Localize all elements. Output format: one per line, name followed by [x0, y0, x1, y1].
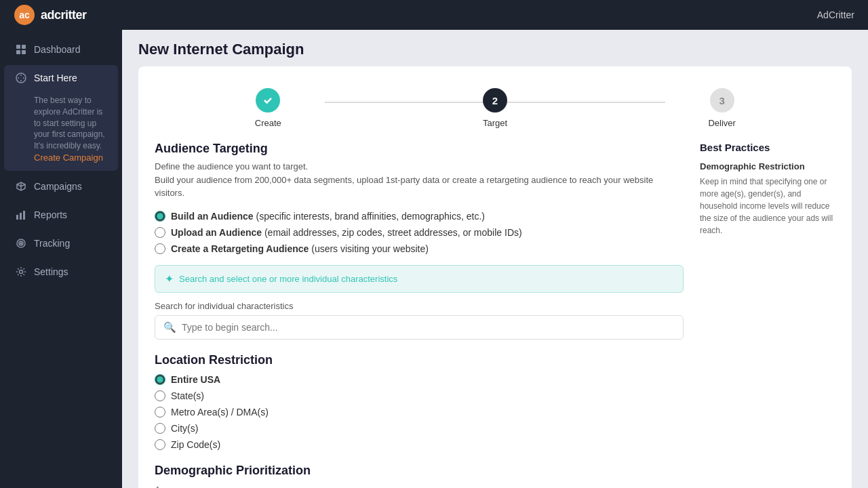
- svg-rect-5: [22, 50, 26, 54]
- demographic-section: Demographic Prioritization Age ranges Al…: [155, 464, 684, 489]
- sidebar: Dashboard Start Here The best way to exp…: [0, 30, 122, 488]
- gear-icon: [15, 266, 27, 278]
- location-option-city[interactable]: City(s): [155, 423, 684, 434]
- sidebar-item-start-here[interactable]: Start Here The best way to explore AdCri…: [4, 65, 118, 171]
- svg-point-13: [20, 270, 23, 274]
- location-restriction-section: Location Restriction Entire USA State(s): [155, 353, 684, 450]
- grid-icon: [15, 43, 27, 56]
- top-navigation: ac adcritter AdCritter: [0, 0, 868, 30]
- sidebar-item-settings[interactable]: Settings: [4, 259, 118, 285]
- sidebar-label-settings: Settings: [34, 266, 68, 277]
- target-icon: [15, 237, 27, 249]
- step-target-label: Target: [483, 118, 507, 128]
- card-inner: Audience Targeting Define the audience y…: [155, 142, 835, 488]
- logo-text: adcritter: [41, 8, 87, 22]
- sidebar-item-campaigns[interactable]: Campaigns: [4, 174, 118, 199]
- svg-rect-2: [16, 45, 20, 49]
- sidebar-label-start-here: Start Here: [34, 73, 77, 83]
- audience-targeting-title: Audience Targeting: [155, 142, 684, 156]
- location-option-metro[interactable]: Metro Area(s) / DMA(s): [155, 407, 684, 418]
- step-create-label: Create: [255, 118, 281, 128]
- box-icon: [15, 180, 27, 192]
- stepper: Create 2 Target 3 Deliver: [155, 83, 835, 142]
- compass-icon: [15, 72, 27, 84]
- audience-option-retarget[interactable]: Create a Retargeting Audience (users vis…: [155, 243, 684, 254]
- svg-rect-3: [22, 45, 26, 49]
- step-create: Create: [155, 88, 382, 128]
- audience-targeting-section: Audience Targeting Define the audience y…: [155, 142, 684, 340]
- best-practices-panel: Best Practices Demographic Restriction K…: [700, 142, 835, 488]
- sidebar-item-tracking[interactable]: Tracking: [4, 230, 118, 256]
- sidebar-label-campaigns: Campaigns: [34, 181, 82, 192]
- svg-rect-4: [16, 50, 20, 54]
- step-deliver: 3 Deliver: [608, 88, 835, 128]
- bp-text: Keep in mind that specifying one or more…: [700, 176, 835, 237]
- step-target-circle: 2: [483, 88, 507, 113]
- step-deliver-label: Deliver: [708, 118, 735, 128]
- user-label: AdCritter: [817, 9, 854, 20]
- sidebar-label-dashboard: Dashboard: [34, 44, 81, 55]
- step-target: 2 Target: [382, 88, 609, 128]
- demographic-title: Demographic Prioritization: [155, 464, 684, 478]
- search-hint-bar[interactable]: ✦ Search and select one or more individu…: [155, 265, 684, 293]
- audience-option-upload[interactable]: Upload an Audience (email addresses, zip…: [155, 227, 684, 238]
- logo: ac adcritter: [14, 4, 87, 26]
- search-icon: 🔍: [163, 321, 176, 333]
- bar-chart-icon: [15, 209, 27, 221]
- age-ranges-group: Age ranges All 18-24 25-34 35-44 45-54 5…: [155, 485, 684, 489]
- audience-targeting-desc: Define the audience you want to target. …: [155, 160, 684, 200]
- location-option-usa[interactable]: Entire USA: [155, 374, 684, 385]
- svg-text:ac: ac: [19, 9, 30, 20]
- step-deliver-circle: 3: [710, 88, 734, 113]
- stepper-card: Create 2 Target 3 Deliver: [138, 66, 852, 488]
- location-option-zip[interactable]: Zip Code(s): [155, 439, 684, 450]
- sidebar-item-dashboard[interactable]: Dashboard: [4, 37, 118, 62]
- svg-point-12: [20, 243, 22, 244]
- audience-options: Build an Audience (specific interests, b…: [155, 211, 684, 254]
- sparkle-icon: ✦: [165, 272, 174, 285]
- search-input[interactable]: [182, 322, 675, 333]
- search-label: Search for individual characteristics: [155, 301, 684, 311]
- page-title: New Internet Campaign: [138, 41, 852, 58]
- create-campaign-link[interactable]: Create Campaign: [34, 152, 103, 163]
- step-create-circle: [256, 88, 280, 113]
- svg-rect-8: [20, 213, 22, 220]
- location-options: Entire USA State(s) Metro Area(s) / DMA(…: [155, 374, 684, 450]
- bp-section-title: Demographic Restriction: [700, 161, 835, 171]
- card-left: Audience Targeting Define the audience y…: [155, 142, 684, 488]
- content-area: New Internet Campaign Create 2 Target: [122, 30, 868, 488]
- svg-rect-9: [23, 211, 25, 220]
- age-ranges-label: Age ranges: [155, 485, 684, 489]
- audience-option-build[interactable]: Build an Audience (specific interests, b…: [155, 211, 684, 222]
- sidebar-label-tracking: Tracking: [34, 238, 70, 249]
- best-practices-title: Best Practices: [700, 142, 835, 153]
- logo-icon: ac: [14, 4, 35, 26]
- location-restriction-title: Location Restriction: [155, 353, 684, 367]
- start-here-description: The best way to explore AdCritter is to …: [15, 95, 107, 171]
- svg-rect-7: [16, 215, 18, 220]
- sidebar-item-reports[interactable]: Reports: [4, 202, 118, 228]
- location-option-state[interactable]: State(s): [155, 390, 684, 401]
- sidebar-label-reports: Reports: [34, 209, 67, 220]
- page-header: New Internet Campaign: [122, 30, 868, 66]
- search-input-wrap[interactable]: 🔍: [155, 315, 684, 340]
